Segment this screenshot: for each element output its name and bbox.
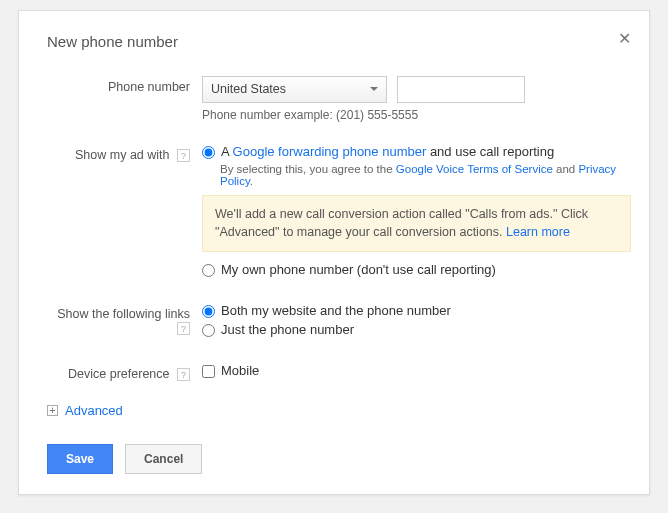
dialog-title: New phone number [47,33,631,50]
phone-number-row: Phone number United States Phone number … [47,76,631,122]
close-icon[interactable]: ✕ [618,29,631,48]
advanced-label: Advanced [65,403,123,418]
learn-more-link[interactable]: Learn more [506,225,570,239]
help-icon[interactable]: ? [177,368,190,381]
radio-just-phone-row: Just the phone number [202,322,631,337]
radio-both-row: Both my website and the phone number [202,303,631,318]
show-ad-label: Show my ad with [75,148,169,162]
radio-own-label: My own phone number (don't use call repo… [221,262,496,277]
radio-own-row: My own phone number (don't use call repo… [202,262,631,277]
country-select[interactable]: United States [202,76,387,103]
cancel-button[interactable]: Cancel [125,444,202,474]
mobile-checkbox-row: Mobile [202,363,631,378]
radio-forwarding-suffix: and use call reporting [426,144,554,159]
radio-forwarding-row: A Google forwarding phone number and use… [202,144,631,159]
phone-input[interactable] [397,76,525,103]
country-select-value: United States [211,82,286,96]
radio-forwarding-prefix: A [221,144,233,159]
radio-both[interactable] [202,305,215,318]
help-icon[interactable]: ? [177,149,190,162]
radio-just-phone-label: Just the phone number [221,322,354,337]
advanced-toggle[interactable]: + Advanced [47,403,631,418]
mobile-checkbox[interactable] [202,365,215,378]
save-button[interactable]: Save [47,444,113,474]
plus-icon: + [47,405,58,416]
show-links-row: Show the following links ? Both my websi… [47,303,631,341]
show-links-label: Show the following links [57,307,190,321]
mobile-checkbox-label: Mobile [221,363,259,378]
info-box: We'll add a new call conversion action c… [202,195,631,252]
phone-number-label: Phone number [47,76,202,94]
help-icon[interactable]: ? [177,322,190,335]
new-phone-dialog: ✕ New phone number Phone number United S… [18,10,650,495]
device-pref-row: Device preference ? Mobile [47,363,631,381]
radio-both-label: Both my website and the phone number [221,303,451,318]
device-pref-label: Device preference [68,367,169,381]
phone-example-hint: Phone number example: (201) 555-5555 [202,108,631,122]
tos-link[interactable]: Google Voice Terms of Service [396,163,553,175]
radio-forwarding[interactable] [202,146,215,159]
agree-text: By selecting this, you agree to the Goog… [220,163,631,187]
forwarding-number-link[interactable]: Google forwarding phone number [233,144,427,159]
dialog-actions: Save Cancel [47,444,631,474]
radio-just-phone[interactable] [202,324,215,337]
radio-own[interactable] [202,264,215,277]
chevron-down-icon [370,87,378,91]
show-ad-row: Show my ad with ? A Google forwarding ph… [47,144,631,281]
